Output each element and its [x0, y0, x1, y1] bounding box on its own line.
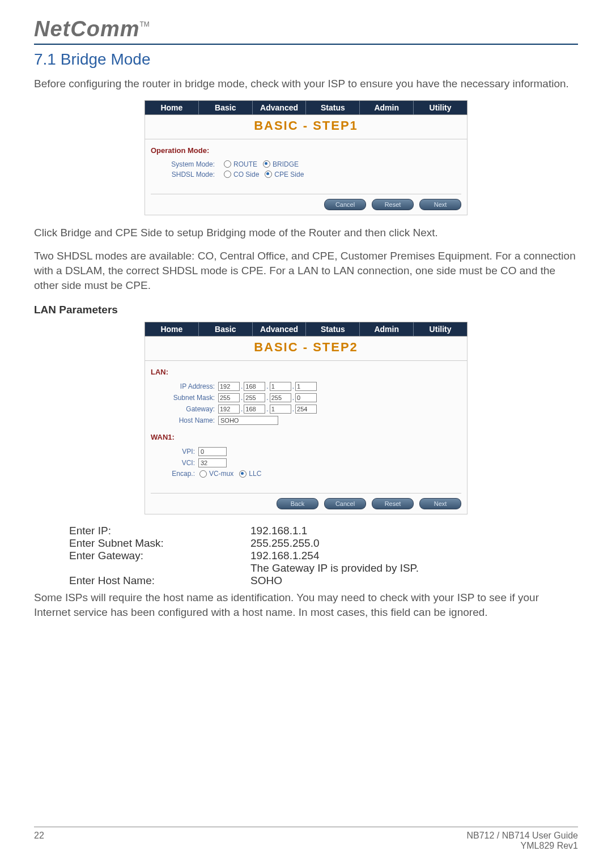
host-name-field[interactable]	[218, 416, 278, 425]
closing-paragraph: Some ISPs will require the host name as …	[34, 590, 578, 619]
footer-rev: YML829 Rev1	[466, 841, 578, 851]
reset-button-2[interactable]: Reset	[372, 498, 414, 509]
tab-basic-2[interactable]: Basic	[199, 322, 253, 336]
tab-home-2[interactable]: Home	[145, 322, 199, 336]
host-name-label: Host Name:	[150, 416, 218, 424]
wan1-group-label: WAN1:	[151, 433, 462, 441]
radio-llc-label: LLC	[249, 470, 261, 478]
system-mode-label: System Mode:	[150, 160, 218, 168]
next-button-2[interactable]: Next	[419, 498, 461, 509]
gateway-octet-1[interactable]	[218, 405, 240, 414]
radio-cpe-side-label: CPE Side	[274, 171, 304, 178]
ip-octet-3[interactable]	[270, 382, 291, 391]
tab-status[interactable]: Status	[306, 101, 360, 114]
ip-octet-1[interactable]	[218, 382, 240, 391]
gateway-octet-3[interactable]	[270, 405, 291, 414]
section-title: 7.1 Bridge Mode	[34, 50, 578, 69]
tab-utility-2[interactable]: Utility	[414, 322, 467, 336]
shdsl-mode-label: SHDSL Mode:	[150, 171, 218, 178]
ip-octet-4[interactable]	[295, 382, 317, 391]
info-subnet-value: 255.255.255.0	[250, 537, 320, 550]
info-gateway-value: 192.168.1.254	[250, 550, 320, 562]
screenshot-step2: Home Basic Advanced Status Admin Utility…	[144, 322, 468, 514]
step2-header: BASIC - STEP2	[144, 337, 468, 361]
tab-admin[interactable]: Admin	[360, 101, 414, 114]
operation-mode-label: Operation Mode:	[151, 146, 462, 155]
subnet-octet-3[interactable]	[270, 393, 291, 402]
cancel-button[interactable]: Cancel	[324, 199, 366, 210]
subnet-mask-label: Subnet Mask:	[150, 394, 218, 402]
page-footer: 22 NB712 / NB714 User Guide YML829 Rev1	[34, 827, 578, 851]
subnet-octet-1[interactable]	[218, 393, 240, 402]
tab-bar-2: Home Basic Advanced Status Admin Utility	[144, 322, 468, 337]
radio-route-label: ROUTE	[233, 160, 257, 168]
vpi-label: VPI:	[150, 448, 198, 456]
info-gateway-label: Enter Gateway:	[69, 550, 250, 562]
radio-vcmux-label: VC-mux	[209, 470, 233, 478]
info-hostname-value: SOHO	[250, 575, 282, 587]
tab-bar: Home Basic Advanced Status Admin Utility	[144, 100, 468, 115]
info-gateway-note-value: The Gateway IP is provided by ISP.	[250, 562, 419, 575]
vpi-field[interactable]	[198, 447, 227, 456]
gateway-octet-4[interactable]	[295, 405, 317, 414]
info-ip-value: 192.168.1.1	[250, 525, 307, 537]
radio-vcmux[interactable]	[199, 470, 207, 478]
radio-cpe-side[interactable]	[265, 171, 272, 178]
tab-home[interactable]: Home	[145, 101, 199, 114]
tab-advanced-2[interactable]: Advanced	[253, 322, 307, 336]
ip-octet-2[interactable]	[244, 382, 265, 391]
subnet-octet-2[interactable]	[244, 393, 265, 402]
info-ip-label: Enter IP:	[69, 525, 250, 537]
page-number: 22	[34, 831, 44, 851]
reset-button[interactable]: Reset	[372, 199, 414, 210]
tab-advanced[interactable]: Advanced	[253, 101, 307, 114]
subnet-octet-4[interactable]	[295, 393, 317, 402]
tab-utility[interactable]: Utility	[414, 101, 467, 114]
intro-paragraph: Before configuring the router in bridge …	[34, 76, 578, 91]
radio-bridge-label: BRIDGE	[273, 160, 299, 168]
tab-admin-2[interactable]: Admin	[360, 322, 414, 336]
info-subnet-label: Enter Subnet Mask:	[69, 537, 250, 550]
back-button[interactable]: Back	[277, 498, 318, 509]
info-table: Enter IP:192.168.1.1 Enter Subnet Mask:2…	[69, 525, 578, 587]
screenshot-step1: Home Basic Advanced Status Admin Utility…	[144, 100, 468, 215]
radio-bridge[interactable]	[263, 160, 270, 168]
ip-address-label: IP Address:	[150, 382, 218, 390]
info-hostname-label: Enter Host Name:	[69, 575, 250, 587]
lan-parameters-heading: LAN Parameters	[34, 304, 578, 316]
gateway-octet-2[interactable]	[244, 405, 265, 414]
vci-label: VCI:	[150, 459, 198, 467]
radio-co-side[interactable]	[224, 171, 231, 178]
tab-status-2[interactable]: Status	[306, 322, 360, 336]
radio-co-side-label: CO Side	[233, 171, 259, 178]
brand-logo: NetComm	[34, 17, 139, 41]
radio-route[interactable]	[224, 160, 231, 168]
tab-basic[interactable]: Basic	[199, 101, 253, 114]
paragraph-after-step1-b: Two SHDSL modes are available: CO, Centr…	[34, 249, 578, 292]
vci-field[interactable]	[198, 458, 227, 467]
cancel-button-2[interactable]: Cancel	[324, 498, 366, 509]
next-button[interactable]: Next	[419, 199, 461, 210]
radio-llc[interactable]	[239, 470, 246, 478]
gateway-label: Gateway:	[150, 405, 218, 413]
footer-guide: NB712 / NB714 User Guide	[466, 831, 578, 841]
step1-header: BASIC - STEP1	[144, 115, 468, 139]
lan-group-label: LAN:	[151, 368, 462, 376]
paragraph-after-step1-a: Click Bridge and CPE Side to setup Bridg…	[34, 225, 578, 240]
trademark: TM	[139, 20, 149, 28]
encap-label: Encap.:	[150, 470, 198, 478]
info-gateway-note-label	[69, 562, 250, 575]
